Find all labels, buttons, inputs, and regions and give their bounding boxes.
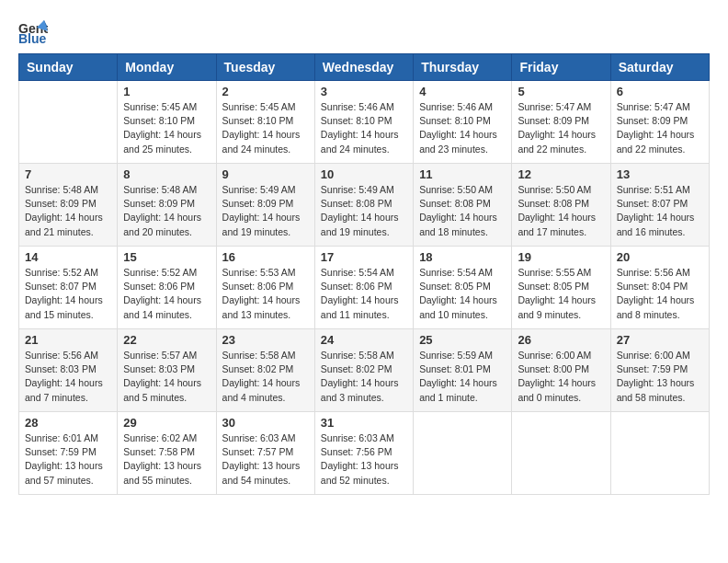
day-number: 3: [321, 85, 407, 98]
day-info: Sunrise: 5:52 AM Sunset: 8:06 PM Dayligh…: [123, 266, 210, 322]
day-info: Sunrise: 5:45 AM Sunset: 8:10 PM Dayligh…: [222, 100, 309, 156]
calendar-cell: 5Sunrise: 5:47 AM Sunset: 8:09 PM Daylig…: [512, 81, 610, 164]
day-number: 26: [518, 333, 604, 347]
calendar-week-row: 21Sunrise: 5:56 AM Sunset: 8:03 PM Dayli…: [19, 329, 710, 412]
day-number: 28: [25, 416, 111, 430]
calendar-cell: 10Sunrise: 5:49 AM Sunset: 8:08 PM Dayli…: [314, 164, 413, 247]
calendar-cell: 17Sunrise: 5:54 AM Sunset: 8:06 PM Dayli…: [314, 247, 413, 329]
day-number: 22: [123, 333, 210, 347]
day-number: 12: [518, 167, 604, 181]
day-info: Sunrise: 5:45 AM Sunset: 8:10 PM Dayligh…: [123, 100, 210, 156]
day-number: 31: [321, 416, 407, 430]
day-number: 18: [419, 250, 506, 264]
day-of-week-header: Monday: [118, 54, 216, 81]
day-info: Sunrise: 5:53 AM Sunset: 8:06 PM Dayligh…: [222, 266, 309, 322]
calendar-cell: [414, 412, 512, 495]
calendar-header-row: SundayMondayTuesdayWednesdayThursdayFrid…: [19, 54, 710, 81]
calendar-cell: 14Sunrise: 5:52 AM Sunset: 8:07 PM Dayli…: [19, 247, 118, 329]
day-info: Sunrise: 6:03 AM Sunset: 7:56 PM Dayligh…: [321, 431, 407, 488]
day-number: 11: [419, 167, 506, 181]
day-info: Sunrise: 5:50 AM Sunset: 8:08 PM Dayligh…: [518, 183, 604, 239]
day-info: Sunrise: 5:58 AM Sunset: 8:02 PM Dayligh…: [222, 349, 309, 405]
day-of-week-header: Thursday: [414, 54, 512, 81]
calendar-cell: [19, 81, 118, 164]
day-info: Sunrise: 5:52 AM Sunset: 8:07 PM Dayligh…: [25, 266, 111, 322]
calendar-cell: 24Sunrise: 5:58 AM Sunset: 8:02 PM Dayli…: [314, 329, 413, 412]
day-info: Sunrise: 6:01 AM Sunset: 7:59 PM Dayligh…: [25, 431, 111, 488]
day-info: Sunrise: 5:54 AM Sunset: 8:06 PM Dayligh…: [321, 266, 407, 322]
day-number: 9: [222, 167, 309, 181]
day-of-week-header: Saturday: [610, 54, 709, 81]
day-number: 23: [222, 333, 309, 347]
calendar-cell: 22Sunrise: 5:57 AM Sunset: 8:03 PM Dayli…: [118, 329, 216, 412]
day-info: Sunrise: 5:49 AM Sunset: 8:09 PM Dayligh…: [222, 183, 309, 239]
calendar-cell: 16Sunrise: 5:53 AM Sunset: 8:06 PM Dayli…: [216, 247, 314, 329]
day-info: Sunrise: 5:47 AM Sunset: 8:09 PM Dayligh…: [617, 100, 703, 156]
day-number: 5: [518, 85, 604, 98]
day-number: 16: [222, 250, 309, 264]
day-number: 15: [123, 250, 210, 264]
day-of-week-header: Sunday: [19, 54, 118, 81]
calendar-cell: 6Sunrise: 5:47 AM Sunset: 8:09 PM Daylig…: [610, 81, 709, 164]
calendar-cell: 26Sunrise: 6:00 AM Sunset: 8:00 PM Dayli…: [512, 329, 610, 412]
day-of-week-header: Wednesday: [314, 54, 413, 81]
logo: General Blue: [18, 18, 48, 44]
day-number: 17: [321, 250, 407, 264]
day-number: 10: [321, 167, 407, 181]
calendar-cell: 3Sunrise: 5:46 AM Sunset: 8:10 PM Daylig…: [314, 81, 413, 164]
logo-icon: General Blue: [18, 18, 48, 44]
calendar-cell: 28Sunrise: 6:01 AM Sunset: 7:59 PM Dayli…: [19, 412, 118, 495]
day-of-week-header: Friday: [512, 54, 610, 81]
day-info: Sunrise: 5:49 AM Sunset: 8:08 PM Dayligh…: [321, 183, 407, 239]
day-number: 1: [123, 85, 210, 98]
day-info: Sunrise: 6:00 AM Sunset: 8:00 PM Dayligh…: [518, 349, 604, 405]
day-number: 8: [123, 167, 210, 181]
day-info: Sunrise: 5:55 AM Sunset: 8:05 PM Dayligh…: [518, 266, 604, 322]
calendar-week-row: 1Sunrise: 5:45 AM Sunset: 8:10 PM Daylig…: [19, 81, 710, 164]
calendar-cell: 9Sunrise: 5:49 AM Sunset: 8:09 PM Daylig…: [216, 164, 314, 247]
page-header: General Blue: [18, 18, 710, 44]
day-info: Sunrise: 5:46 AM Sunset: 8:10 PM Dayligh…: [419, 100, 506, 156]
calendar-cell: 25Sunrise: 5:59 AM Sunset: 8:01 PM Dayli…: [414, 329, 512, 412]
day-number: 6: [617, 85, 703, 98]
day-number: 27: [617, 333, 703, 347]
day-of-week-header: Tuesday: [216, 54, 314, 81]
calendar-cell: 27Sunrise: 6:00 AM Sunset: 7:59 PM Dayli…: [610, 329, 709, 412]
day-number: 25: [419, 333, 506, 347]
day-info: Sunrise: 5:46 AM Sunset: 8:10 PM Dayligh…: [321, 100, 407, 156]
day-number: 13: [617, 167, 703, 181]
calendar-cell: 13Sunrise: 5:51 AM Sunset: 8:07 PM Dayli…: [610, 164, 709, 247]
day-info: Sunrise: 5:59 AM Sunset: 8:01 PM Dayligh…: [419, 349, 506, 405]
day-number: 19: [518, 250, 604, 264]
calendar-cell: 30Sunrise: 6:03 AM Sunset: 7:57 PM Dayli…: [216, 412, 314, 495]
calendar-cell: 31Sunrise: 6:03 AM Sunset: 7:56 PM Dayli…: [314, 412, 413, 495]
day-number: 29: [123, 416, 210, 430]
calendar-week-row: 28Sunrise: 6:01 AM Sunset: 7:59 PM Dayli…: [19, 412, 710, 495]
calendar-cell: 11Sunrise: 5:50 AM Sunset: 8:08 PM Dayli…: [414, 164, 512, 247]
calendar-cell: 12Sunrise: 5:50 AM Sunset: 8:08 PM Dayli…: [512, 164, 610, 247]
day-number: 21: [25, 333, 111, 347]
calendar-cell: [512, 412, 610, 495]
day-number: 30: [222, 416, 309, 430]
calendar-cell: 8Sunrise: 5:48 AM Sunset: 8:09 PM Daylig…: [118, 164, 216, 247]
day-info: Sunrise: 5:56 AM Sunset: 8:03 PM Dayligh…: [25, 349, 111, 405]
calendar-table: SundayMondayTuesdayWednesdayThursdayFrid…: [18, 53, 710, 495]
day-number: 24: [321, 333, 407, 347]
day-number: 20: [617, 250, 703, 264]
calendar-week-row: 14Sunrise: 5:52 AM Sunset: 8:07 PM Dayli…: [19, 247, 710, 329]
day-info: Sunrise: 5:51 AM Sunset: 8:07 PM Dayligh…: [617, 183, 703, 239]
day-number: 7: [25, 167, 111, 181]
calendar-cell: 19Sunrise: 5:55 AM Sunset: 8:05 PM Dayli…: [512, 247, 610, 329]
day-info: Sunrise: 6:00 AM Sunset: 7:59 PM Dayligh…: [617, 349, 703, 405]
calendar-cell: 23Sunrise: 5:58 AM Sunset: 8:02 PM Dayli…: [216, 329, 314, 412]
calendar-cell: 4Sunrise: 5:46 AM Sunset: 8:10 PM Daylig…: [414, 81, 512, 164]
day-info: Sunrise: 5:58 AM Sunset: 8:02 PM Dayligh…: [321, 349, 407, 405]
calendar-cell: 21Sunrise: 5:56 AM Sunset: 8:03 PM Dayli…: [19, 329, 118, 412]
day-number: 14: [25, 250, 111, 264]
calendar-cell: 20Sunrise: 5:56 AM Sunset: 8:04 PM Dayli…: [610, 247, 709, 329]
calendar-week-row: 7Sunrise: 5:48 AM Sunset: 8:09 PM Daylig…: [19, 164, 710, 247]
day-info: Sunrise: 6:03 AM Sunset: 7:57 PM Dayligh…: [222, 431, 309, 488]
day-info: Sunrise: 6:02 AM Sunset: 7:58 PM Dayligh…: [123, 431, 210, 488]
day-info: Sunrise: 5:56 AM Sunset: 8:04 PM Dayligh…: [617, 266, 703, 322]
calendar-cell: 29Sunrise: 6:02 AM Sunset: 7:58 PM Dayli…: [118, 412, 216, 495]
